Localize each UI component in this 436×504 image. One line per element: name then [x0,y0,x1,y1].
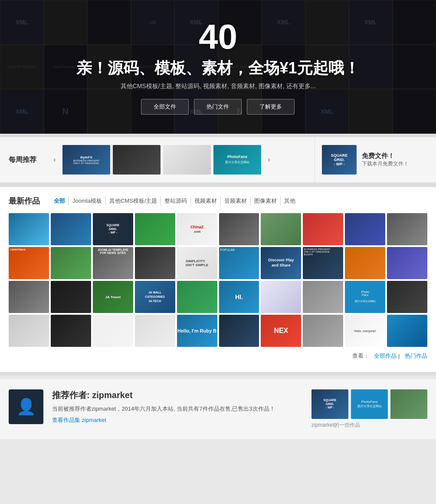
bg-tile [393,0,436,45]
carousel-thumb-3[interactable] [163,145,211,175]
carousel-thumb-1[interactable]: ByteFX BUSINESS PRESENTONLY AT VIDEOHIVE [62,145,110,175]
author-avatar: 👤 [9,389,43,424]
thumb-item[interactable] [9,281,49,313]
thumb-item[interactable] [9,213,49,245]
filter-tab-other[interactable]: 其他 [281,196,299,206]
latest-header: 最新作品 全部 Joomla模板 其他CMS模板/主题 整站源码 视频素材 音频… [9,196,427,206]
simplicity-label: SIMPLICITYISN'T SIMPLE [186,259,208,267]
filter-tab-cms[interactable]: 其他CMS模板/主题 [106,196,161,206]
ja-wall-label: JA WALLCATEGORIESHI-TECH [145,290,165,303]
thumb-item-photofans[interactable]: PhotoFans图片分享社交网站 [345,281,385,313]
thumb-item[interactable] [219,315,259,347]
thumb-item[interactable] [345,247,385,279]
bg-tile: FLIGHT BOARD [0,45,44,89]
thumb-item[interactable] [51,247,91,279]
thumb-grid-row-1: SQUAREGRID.- WP - ChinaZ.com [9,213,427,245]
author-works-thumbs: SQUAREGRID.- WP - PhotoFans图片分享社交网站 [311,389,427,419]
thumb-item-ja-brak[interactable]: POPULAR [219,247,259,279]
thumb-item[interactable] [51,315,91,347]
filter-tab-source[interactable]: 整站源码 [161,196,191,206]
thumb-item-last[interactable] [387,315,427,347]
bg-tile: XML [0,89,44,134]
filter-tab-joomla[interactable]: Joomla模板 [69,196,106,206]
learn-more-button[interactable]: 了解更多 [247,99,295,115]
thumb-item[interactable] [51,213,91,245]
free-file-title: 免费文件！ [362,152,409,160]
thumb-item[interactable] [387,281,427,313]
popular-label: POPULAR [219,247,259,253]
carousel-thumb-4[interactable]: PhotoFans图片分享社交网站 [213,145,261,175]
thumb-item-bytefx[interactable]: BUSINESS PRESENTONLY AT VIDEOHIVEByteFX [303,247,343,279]
filter-tabs: 全部 Joomla模板 其他CMS模板/主题 整站源码 视频素材 音频素材 图像… [50,196,299,206]
thumb-item[interactable] [345,213,385,245]
thumb-item-sport[interactable]: JOOMLAI TEMPLATEFOR NEWS SITES [93,247,133,279]
hot-files-button[interactable]: 热门文件 [194,99,242,115]
thumb-item-chinaz[interactable]: ChinaZ.com [177,213,217,245]
thumb-item-discover[interactable]: Discover Playand Share [261,247,301,279]
thumb-item[interactable] [135,213,175,245]
free-file-text: 免费文件！ 下载本月免费文件！ [362,152,409,168]
thumb-item[interactable] [219,213,259,245]
thumb-item[interactable] [387,247,427,279]
view-more-row: 查看： 全部作品 | 热门作品 [9,349,427,363]
joomlai-label: JOOMLAI TEMPLATEFOR NEWS SITES [93,247,133,256]
all-files-button[interactable]: 全部文件 [141,99,189,115]
hero-subtitle: 其他CMS模板/主题, 整站源码, 视频素材, 音频素材, 图像素材, 还有更多… [76,82,359,90]
latest-section-inner: 最新作品 全部 Joomla模板 其他CMS模板/主题 整站源码 视频素材 音频… [0,187,436,372]
author-thumb-1[interactable]: SQUAREGRID.- WP - [311,389,348,419]
chinaz-label: ChinaZ.com [190,225,204,234]
bg-tile [393,45,436,89]
thumb-item[interactable]: SIMPLICITYISN'T SIMPLE [177,247,217,279]
author-section: 👤 推荐作者: zipmarket 当前被推荐作者zipmarket，2014年… [0,379,436,439]
free-file-subtitle: 下载本月免费文件！ [362,160,409,168]
author-square-grid-label: SQUAREGRID.- WP - [323,398,338,410]
hello-everyone-label: Hello, everyone! [354,329,376,333]
carousel-next-arrow[interactable]: › [265,155,273,164]
weekly-picks: 每周推荐 ‹ ByteFX BUSINESS PRESENTONLY AT VI… [0,137,315,182]
author-thumb-3[interactable] [390,389,427,419]
weekly-label: 每周推荐 [9,155,43,165]
thumb-item[interactable]: Hello, I'm Ruby B [177,315,217,347]
thumb-grid-row-3: JA Travel JA WALLCATEGORIESHI-TECH HI. P… [9,281,427,313]
thumb-item-christmas[interactable]: CHRISTMAS [9,247,49,279]
view-prefix: 查看： [352,352,369,359]
thumb-item[interactable] [9,315,49,347]
hello-ruby-label: Hello, I'm Ruby B [177,328,216,333]
thumb-item[interactable] [303,281,343,313]
thumb-item[interactable] [51,281,91,313]
view-hot-link[interactable]: 热门作品 [405,352,427,359]
discover-play-label: Discover Playand Share [266,256,295,270]
section-divider-2 [0,184,436,187]
page-wrapper: XML p&k XML XML XML FLIGHT BOARD Dust Pa… [0,0,436,439]
thumb-item[interactable] [135,315,175,347]
author-thumb-2[interactable]: PhotoFans图片分享社交网站 [351,389,388,419]
thumb-item-ja-wall[interactable]: JA WALLCATEGORIESHI-TECH [135,281,175,313]
view-all-link[interactable]: 全部作品 [374,352,397,359]
thumb-item[interactable] [387,213,427,245]
nex-label: NEX [274,327,288,335]
filter-tab-all[interactable]: 全部 [50,196,69,206]
thumb-item[interactable] [261,281,301,313]
bg-tile: XML [0,0,44,45]
thumb-item[interactable] [135,247,175,279]
carousel-prev-arrow[interactable]: ‹ [50,155,59,164]
thumb-item-nex[interactable]: NEX [261,315,301,347]
author-portfolio-link[interactable]: 查看作品集 zipmarket [52,417,106,423]
thumb-item[interactable] [177,281,217,313]
thumb-item[interactable]: Hello, everyone! [345,315,385,347]
filter-tab-video[interactable]: 视频素材 [191,196,221,206]
thumb-item[interactable] [261,213,301,245]
thumb-item-ja-travel[interactable]: JA Travel [93,281,133,313]
thumb-item-square-grid[interactable]: SQUAREGRID.- WP - [93,213,133,245]
thumb-item[interactable] [303,213,343,245]
latest-works-section: 最新作品 全部 Joomla模板 其他CMS模板/主题 整站源码 视频素材 音频… [0,187,436,372]
carousel-thumb-2[interactable] [113,145,161,175]
bytefx-label: BUSINESS PRESENTONLY AT VIDEOHIVEByteFX [303,247,343,257]
author-works: SQUAREGRID.- WP - PhotoFans图片分享社交网站 zipm… [311,389,427,429]
filter-tab-audio[interactable]: 音频素材 [221,196,251,206]
thumb-item[interactable] [303,315,343,347]
thumb-item-hi[interactable]: HI. [219,281,259,313]
free-file-thumbnail: SQUARE GRID. - WP - [322,145,357,175]
thumb-item[interactable] [93,315,133,347]
filter-tab-image[interactable]: 图像素材 [251,196,281,206]
